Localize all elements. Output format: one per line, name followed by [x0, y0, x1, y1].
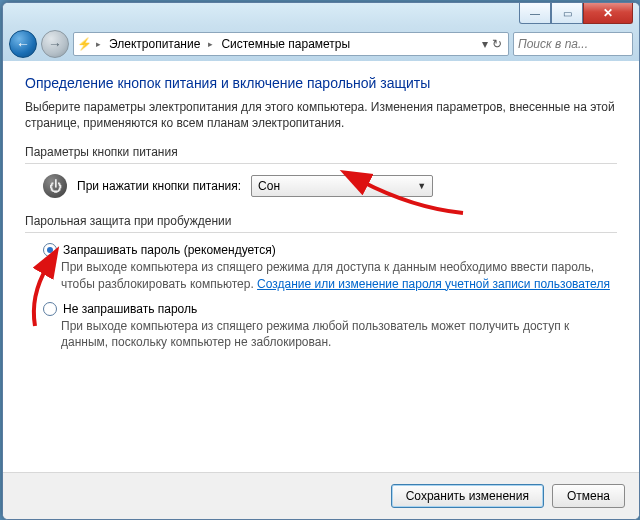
minimize-button[interactable]: —	[519, 3, 551, 24]
arrow-left-icon: ←	[16, 36, 30, 52]
chevron-down-icon: ▼	[417, 181, 426, 191]
create-change-password-link[interactable]: Создание или изменение пароля учетной за…	[257, 277, 610, 291]
divider	[25, 163, 617, 164]
group-power-legend: Параметры кнопки питания	[25, 145, 617, 159]
refresh-icon[interactable]: ↻	[492, 37, 502, 51]
titlebar-buttons: — ▭ ✕	[519, 3, 633, 24]
address-bar[interactable]: ⚡ ▸ Электропитание ▸ Системные параметры…	[73, 32, 509, 56]
maximize-button[interactable]: ▭	[551, 3, 583, 24]
radio-require-password[interactable]	[43, 243, 57, 257]
breadcrumb-seg-2[interactable]: Системные параметры	[217, 37, 354, 51]
chevron-down-icon[interactable]: ▾	[482, 37, 488, 51]
radio-no-password-label: Не запрашивать пароль	[63, 302, 197, 316]
option-require-password-desc: При выходе компьютера из спящего режима …	[61, 259, 617, 291]
radio-require-password-label: Запрашивать пароль (рекомендуется)	[63, 243, 276, 257]
power-action-value: Сон	[258, 179, 280, 193]
forward-button[interactable]: →	[41, 30, 69, 58]
option-require-password: Запрашивать пароль (рекомендуется) При в…	[43, 243, 617, 291]
page-title: Определение кнопок питания и включение п…	[25, 75, 617, 91]
window: — ▭ ✕ ← → ⚡ ▸ Электропитание ▸ Системные…	[2, 2, 640, 520]
footer: Сохранить изменения Отмена	[3, 472, 639, 519]
group-password-legend: Парольная защита при пробуждении	[25, 214, 617, 228]
back-button[interactable]: ←	[9, 30, 37, 58]
power-button-label: При нажатии кнопки питания:	[77, 179, 241, 193]
radio-no-password[interactable]	[43, 302, 57, 316]
nav-row: ← → ⚡ ▸ Электропитание ▸ Системные парам…	[9, 31, 633, 57]
page-intro: Выберите параметры электропитания для эт…	[25, 99, 617, 131]
search-placeholder: Поиск в па...	[518, 37, 588, 51]
power-action-dropdown[interactable]: Сон ▼	[251, 175, 433, 197]
breadcrumb-seg-1[interactable]: Электропитание	[105, 37, 204, 51]
search-input[interactable]: Поиск в па...	[513, 32, 633, 56]
chevron-right-icon: ▸	[94, 39, 103, 49]
option-no-password: Не запрашивать пароль При выходе компьют…	[43, 302, 617, 350]
option-no-password-desc: При выходе компьютера из спящего режима …	[61, 318, 617, 350]
power-plan-icon: ⚡	[76, 36, 92, 52]
arrow-right-icon: →	[48, 36, 62, 52]
chevron-right-icon: ▸	[206, 39, 215, 49]
cancel-button[interactable]: Отмена	[552, 484, 625, 508]
divider	[25, 232, 617, 233]
content-area: Определение кнопок питания и включение п…	[3, 61, 639, 473]
power-icon: ⏻	[43, 174, 67, 198]
window-chrome: — ▭ ✕ ← → ⚡ ▸ Электропитание ▸ Системные…	[3, 3, 639, 62]
power-button-row: ⏻ При нажатии кнопки питания: Сон ▼	[43, 174, 617, 198]
close-button[interactable]: ✕	[583, 3, 633, 24]
save-button[interactable]: Сохранить изменения	[391, 484, 544, 508]
